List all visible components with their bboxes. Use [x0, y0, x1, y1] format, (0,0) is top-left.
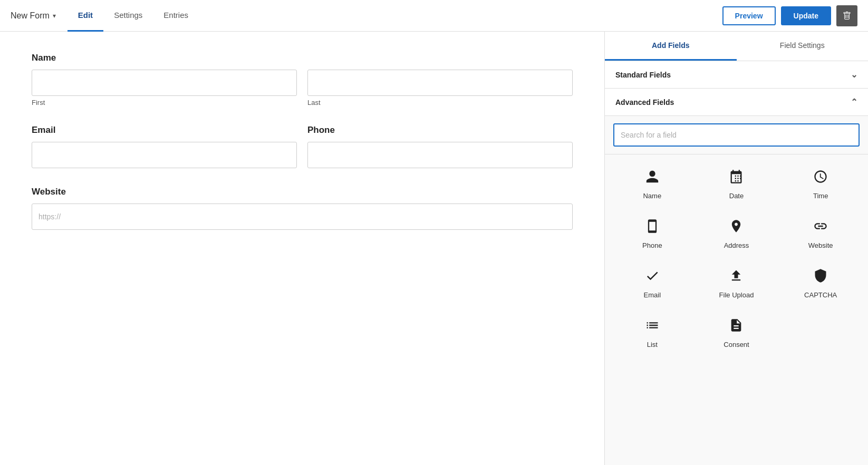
- right-sidebar: Add Fields Field Settings Standard Field…: [604, 32, 868, 465]
- field-item-date[interactable]: Date: [695, 160, 779, 209]
- tab-edit[interactable]: Edit: [67, 0, 103, 32]
- field-item-time[interactable]: Time: [778, 160, 863, 209]
- advanced-fields-chevron: ⌃: [851, 97, 857, 107]
- file-upload-field-label: File Upload: [719, 291, 754, 299]
- address-field-icon: [729, 219, 744, 237]
- fields-grid: Name Date Time: [605, 154, 868, 363]
- field-item-address[interactable]: Address: [695, 209, 779, 259]
- website-input[interactable]: [32, 204, 573, 230]
- name-label: Name: [32, 53, 573, 63]
- field-item-consent[interactable]: Consent: [695, 308, 779, 358]
- sidebar-content: Standard Fields ⌄ Advanced Fields ⌃ N: [605, 61, 868, 465]
- standard-fields-label: Standard Fields: [615, 71, 671, 79]
- list-field-icon: [645, 318, 660, 336]
- phone-input[interactable]: [307, 142, 573, 168]
- phone-field-label: Phone: [642, 241, 662, 249]
- name-field-icon: [645, 169, 660, 188]
- field-search-input[interactable]: [613, 123, 860, 147]
- website-field-icon: [813, 219, 828, 237]
- website-label: Website: [32, 187, 573, 197]
- top-bar: New Form ▾ Edit Settings Entries Preview…: [0, 0, 868, 32]
- top-bar-left: New Form ▾ Edit Settings Entries: [11, 0, 199, 32]
- main-layout: Name First Last Email Phone: [0, 32, 868, 465]
- trash-button[interactable]: [836, 5, 857, 26]
- tab-settings[interactable]: Settings: [103, 0, 153, 32]
- email-wrap: Email: [32, 125, 297, 168]
- sidebar-tabs: Add Fields Field Settings: [605, 32, 868, 61]
- form-field-name: Name First Last: [32, 53, 573, 106]
- first-name-wrap: First: [32, 70, 297, 106]
- standard-fields-accordion[interactable]: Standard Fields ⌄: [605, 61, 868, 89]
- advanced-fields-label: Advanced Fields: [615, 98, 674, 106]
- field-item-email[interactable]: Email: [610, 259, 695, 308]
- trash-icon: [843, 12, 851, 20]
- field-item-website[interactable]: Website: [778, 209, 863, 259]
- last-name-sublabel: Last: [307, 99, 573, 106]
- captcha-field-icon: [813, 268, 828, 287]
- form-title-chevron: ▾: [53, 12, 56, 20]
- tab-entries[interactable]: Entries: [153, 0, 199, 32]
- field-item-file-upload[interactable]: File Upload: [695, 259, 779, 308]
- tab-add-fields[interactable]: Add Fields: [605, 32, 737, 61]
- captcha-field-label: CAPTCHA: [804, 291, 837, 299]
- email-field-icon: [645, 268, 660, 287]
- field-item-phone[interactable]: Phone: [610, 209, 695, 259]
- form-field-email-phone: Email Phone: [32, 125, 573, 168]
- first-name-input[interactable]: [32, 70, 297, 96]
- form-canvas: Name First Last Email Phone: [0, 32, 604, 465]
- preview-button[interactable]: Preview: [722, 6, 776, 25]
- field-item-captcha[interactable]: CAPTCHA: [778, 259, 863, 308]
- top-bar-right: Preview Update: [722, 5, 857, 26]
- time-field-label: Time: [813, 192, 828, 200]
- phone-wrap: Phone: [307, 125, 573, 168]
- email-input[interactable]: [32, 142, 297, 168]
- first-name-sublabel: First: [32, 99, 297, 106]
- form-field-website: Website: [32, 187, 573, 230]
- file-upload-field-icon: [729, 268, 744, 287]
- email-label: Email: [32, 125, 297, 135]
- standard-fields-chevron: ⌄: [851, 70, 857, 80]
- email-phone-row: Email Phone: [32, 125, 573, 168]
- phone-label: Phone: [307, 125, 573, 135]
- update-button[interactable]: Update: [781, 6, 831, 25]
- date-field-label: Date: [729, 192, 744, 200]
- name-row: First Last: [32, 70, 573, 106]
- name-field-label: Name: [643, 192, 661, 200]
- form-title-text: New Form: [11, 11, 50, 21]
- last-name-wrap: Last: [307, 70, 573, 106]
- time-field-icon: [813, 169, 828, 188]
- field-item-list[interactable]: List: [610, 308, 695, 358]
- address-field-label: Address: [724, 241, 749, 249]
- website-field-label: Website: [808, 241, 833, 249]
- email-field-label: Email: [644, 291, 661, 299]
- phone-field-icon: [645, 219, 660, 237]
- tab-field-settings[interactable]: Field Settings: [737, 32, 869, 61]
- field-search-wrap: [605, 116, 868, 154]
- date-field-icon: [729, 169, 744, 188]
- consent-field-icon: [729, 318, 744, 336]
- list-field-label: List: [647, 341, 658, 348]
- nav-tabs: Edit Settings Entries: [67, 0, 199, 32]
- advanced-fields-accordion[interactable]: Advanced Fields ⌃: [605, 89, 868, 116]
- field-item-name[interactable]: Name: [610, 160, 695, 209]
- consent-field-label: Consent: [724, 341, 749, 348]
- last-name-input[interactable]: [307, 70, 573, 96]
- form-title-dropdown[interactable]: New Form ▾: [11, 7, 62, 25]
